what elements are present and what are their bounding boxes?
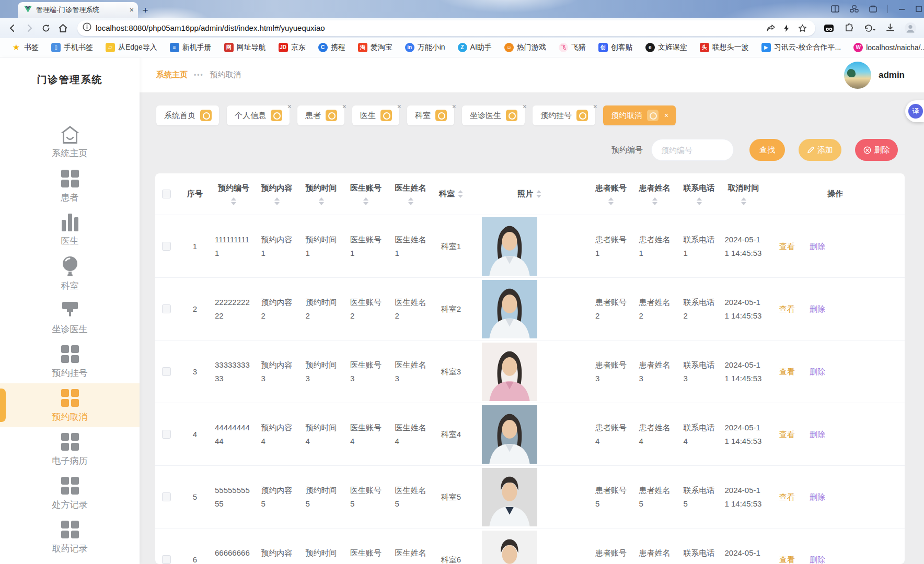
nav-tag[interactable]: 预约取消 × [603, 105, 676, 125]
bookmark-item[interactable]: ▯ 手机书签 [51, 43, 93, 52]
history-icon[interactable] [861, 20, 878, 36]
reload-icon[interactable] [38, 20, 54, 36]
column-header[interactable]: 预约编号 [213, 183, 255, 205]
sort-desc-icon[interactable] [458, 195, 463, 198]
view-link[interactable]: 查看 [779, 490, 795, 504]
tag-close-icon[interactable]: × [287, 102, 292, 111]
select-all-checkbox[interactable] [162, 190, 171, 198]
tag-close-icon[interactable]: × [523, 102, 527, 111]
sort-carets[interactable] [319, 197, 324, 205]
new-tab-button[interactable]: + [138, 3, 153, 18]
sort-desc-icon[interactable] [408, 202, 413, 205]
tag-close-icon[interactable]: × [664, 111, 668, 120]
search-input[interactable] [651, 139, 734, 161]
maximize-icon[interactable] [916, 6, 922, 12]
sort-carets[interactable] [458, 190, 463, 198]
column-header[interactable]: 医生姓名 [388, 183, 433, 205]
sort-carets[interactable] [741, 197, 746, 205]
column-header[interactable]: 联系电话 [677, 183, 721, 205]
sidebar-item-department[interactable]: 科室 [0, 252, 140, 296]
sort-asc-icon[interactable] [231, 197, 236, 201]
sidebar-item-prescription-record[interactable]: 处方记录 [0, 471, 140, 515]
sort-desc-icon[interactable] [363, 202, 368, 205]
column-header[interactable]: 预约时间 [299, 183, 343, 205]
bookmark-star-icon[interactable] [794, 20, 810, 36]
sort-asc-icon[interactable] [741, 197, 746, 201]
profile-avatar-icon[interactable] [902, 20, 919, 36]
sort-desc-icon[interactable] [536, 195, 541, 198]
delete-link[interactable]: 删除 [810, 240, 825, 253]
sort-carets[interactable] [363, 197, 368, 205]
share-icon[interactable] [763, 20, 779, 36]
delete-link[interactable]: 删除 [810, 365, 825, 379]
doctor-photo[interactable] [482, 280, 537, 338]
nav-tag[interactable]: 个人信息 × [227, 105, 290, 125]
nav-tag[interactable]: 预约挂号 × [533, 105, 595, 125]
sidebar-item-doctor[interactable]: 医生 [0, 208, 140, 252]
sort-carets[interactable] [408, 197, 413, 205]
url-text[interactable]: localhost:8080/php05am16pp/admin/dist/in… [96, 24, 763, 32]
lightning-icon[interactable] [779, 20, 794, 36]
split-screen-icon[interactable] [831, 5, 839, 13]
sort-desc-icon[interactable] [697, 202, 702, 205]
bookmark-item[interactable]: JD 京东 [279, 43, 306, 52]
panda-extension-icon[interactable] [821, 20, 837, 36]
sidebar-item-patient[interactable]: 患者 [0, 164, 140, 208]
sort-carets[interactable] [652, 197, 657, 205]
row-checkbox[interactable] [162, 430, 171, 439]
doctor-photo[interactable] [482, 217, 537, 276]
sort-desc-icon[interactable] [231, 202, 236, 205]
row-checkbox[interactable] [162, 367, 171, 376]
column-header[interactable]: 医生账号 [343, 183, 388, 205]
sort-carets[interactable] [274, 197, 280, 205]
row-checkbox[interactable] [162, 492, 171, 501]
column-header[interactable]: 科室 [433, 189, 469, 199]
bookmark-item[interactable]: ▱ 从Edge导入 [106, 43, 157, 52]
view-link[interactable]: 查看 [779, 240, 795, 253]
doctor-photo[interactable] [482, 531, 537, 564]
view-link[interactable]: 查看 [779, 365, 795, 379]
tag-close-icon[interactable]: × [342, 102, 346, 111]
bookmark-item[interactable]: ≡ 新机手册 [170, 43, 212, 52]
breadcrumb-home[interactable]: 系统主页 [156, 70, 188, 80]
sidebar-item-appointment-register[interactable]: 预约挂号 [0, 339, 140, 383]
add-button[interactable]: 添加 [799, 139, 841, 161]
sort-asc-icon[interactable] [608, 197, 614, 201]
sort-carets[interactable] [536, 190, 541, 198]
sidebar-item-appointment-cancel[interactable]: 预约取消 [0, 383, 140, 427]
translate-fab[interactable]: 译 [905, 100, 924, 122]
browser-tab[interactable]: 管理端-门诊管理系统 × [18, 2, 138, 18]
sidebar-item-sitting-doctor[interactable]: 坐诊医生 [0, 296, 140, 339]
bookmark-item[interactable]: C 携程 [318, 43, 345, 52]
forward-icon[interactable] [21, 20, 38, 36]
sort-asc-icon[interactable] [274, 197, 280, 201]
delete-link[interactable]: 删除 [810, 428, 825, 441]
tab-group-icon[interactable] [850, 5, 859, 13]
nav-tag[interactable]: 系统首页 [156, 105, 219, 125]
delete-link[interactable]: 删除 [810, 302, 825, 316]
view-link[interactable]: 查看 [779, 553, 795, 564]
tab-close-icon[interactable]: × [130, 6, 134, 14]
sort-carets[interactable] [697, 197, 702, 205]
tag-close-icon[interactable]: × [397, 102, 401, 111]
sort-asc-icon[interactable] [408, 197, 413, 201]
delete-link[interactable]: 删除 [810, 490, 825, 504]
bookmark-item[interactable]: 飞 飞猪 [559, 43, 586, 52]
sort-desc-icon[interactable] [652, 202, 657, 205]
sort-desc-icon[interactable] [741, 202, 746, 205]
bookmark-item[interactable]: ☺ 热门游戏 [504, 43, 546, 52]
column-header[interactable]: 患者账号 [590, 183, 632, 205]
doctor-photo[interactable] [482, 343, 537, 401]
url-bar[interactable]: localhost:8080/php05am16pp/admin/dist/in… [77, 20, 815, 36]
sort-asc-icon[interactable] [319, 197, 324, 201]
download-icon[interactable] [882, 20, 898, 36]
row-checkbox[interactable] [162, 304, 171, 313]
bookmark-item[interactable]: in 万能小in [405, 43, 445, 52]
doctor-photo[interactable] [482, 405, 537, 464]
sort-asc-icon[interactable] [536, 190, 541, 193]
row-checkbox[interactable] [162, 242, 171, 251]
workspace-box-icon[interactable] [869, 5, 877, 13]
minimize-icon[interactable] [898, 6, 905, 13]
bookmark-item[interactable]: 网 网址导航 [224, 43, 266, 52]
delete-link[interactable]: 删除 [810, 553, 825, 564]
